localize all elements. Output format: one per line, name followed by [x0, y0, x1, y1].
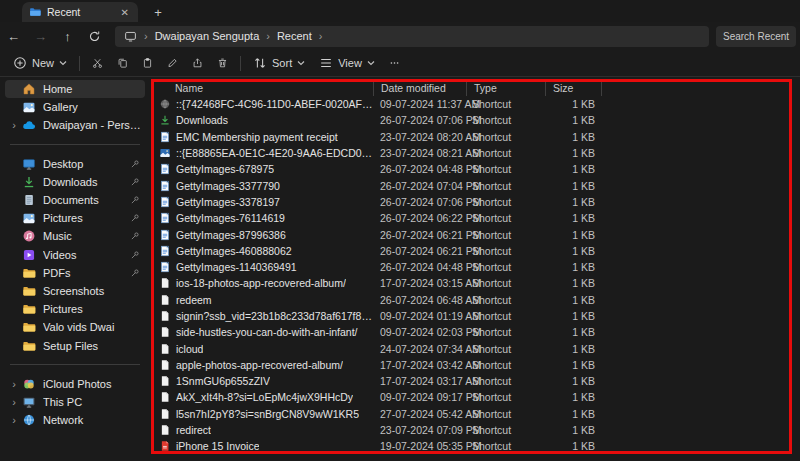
new-button[interactable]: New — [6, 52, 74, 75]
back-button[interactable]: ← — [0, 24, 27, 48]
doc-blue-icon — [159, 212, 171, 224]
sidebar-item-documents[interactable]: Documents — [5, 191, 145, 209]
share-button[interactable] — [185, 52, 210, 75]
doc-blue-icon — [159, 261, 171, 273]
file-row[interactable]: GettyImages-337819726-07-2024 07:06 PMSh… — [152, 194, 800, 210]
file-rows: ::{742468FC-4C96-11D0-ABEF-0020AF6B0B7A}… — [152, 96, 800, 461]
file-row[interactable]: redeem26-07-2024 06:48 AMShortcut1 KB — [152, 292, 800, 308]
column-header-size[interactable]: Size — [545, 80, 601, 96]
doc-plain-icon — [159, 310, 171, 322]
file-row[interactable]: GettyImages-7611461926-07-2024 06:22 PMS… — [152, 210, 800, 226]
chevron-right-icon[interactable]: › — [7, 396, 21, 408]
new-tab-button[interactable]: + — [148, 2, 168, 22]
chevron-right-icon[interactable]: › — [7, 378, 21, 390]
file-size: 1 KB — [545, 375, 601, 387]
file-row[interactable]: GettyImages-46088806226-07-2024 06:21 PM… — [152, 243, 800, 259]
file-row[interactable]: l5sn7hI2pY8?si=snBrgCN8V9wW1KR527-07-202… — [152, 406, 800, 422]
rename-button[interactable] — [160, 52, 185, 75]
sidebar-item-label: PDFs — [43, 267, 129, 279]
chevron-right-icon[interactable]: › — [7, 119, 21, 131]
file-row[interactable]: ::{742468FC-4C96-11D0-ABEF-0020AF6B0B7A}… — [152, 96, 800, 112]
file-date-modified: 26-07-2024 06:22 PM — [373, 212, 466, 224]
sidebar-item-valo-vids-dwai[interactable]: Valo vids Dwai — [5, 318, 145, 336]
sidebar-item-this-pc[interactable]: ›This PC — [5, 393, 145, 411]
file-row[interactable]: apple-photos-app-recovered-album/17-07-2… — [152, 357, 800, 373]
sidebar-item-pictures[interactable]: Pictures — [5, 300, 145, 318]
column-header-name[interactable]: Name — [152, 80, 373, 96]
sidebar-item-pictures[interactable]: Pictures — [5, 209, 145, 227]
sort-button[interactable]: Sort — [246, 52, 312, 75]
breadcrumb-separator: › — [266, 30, 270, 42]
paste-button[interactable] — [135, 52, 160, 75]
column-headers: Name Date modified Type Size — [152, 80, 800, 96]
column-header-type[interactable]: Type — [466, 80, 545, 96]
sidebar-item-icloud-photos[interactable]: ›iCloud Photos — [5, 375, 145, 393]
more-options-button[interactable] — [382, 52, 407, 75]
sidebar-item-label: iCloud Photos — [43, 378, 141, 390]
delete-button[interactable] — [210, 52, 235, 75]
file-size: 1 KB — [545, 294, 601, 306]
file-date-modified: 09-07-2024 02:03 PM — [373, 326, 466, 338]
breadcrumb-separator: › — [319, 30, 323, 42]
folder-icon — [21, 266, 37, 280]
file-row[interactable]: signin?ssb_vid=23b1b8c233d78af617f80a9a5… — [152, 308, 800, 324]
refresh-button[interactable] — [81, 24, 108, 48]
sidebar-item-pdfs[interactable]: PDFs — [5, 264, 145, 282]
file-size: 1 KB — [545, 359, 601, 371]
image-icon — [159, 147, 171, 159]
up-button[interactable]: ↑ — [54, 24, 81, 48]
file-size: 1 KB — [545, 277, 601, 289]
file-date-modified: 09-07-2024 09:17 PM — [373, 391, 466, 403]
pin-icon — [129, 213, 141, 223]
file-date-modified: 19-07-2024 05:35 PM — [373, 440, 466, 452]
forward-button: → — [27, 24, 54, 48]
chevron-right-icon[interactable]: › — [7, 414, 21, 426]
sidebar-item-music[interactable]: Music — [5, 227, 145, 245]
file-row[interactable]: GettyImages-337779026-07-2024 07:04 PMSh… — [152, 177, 800, 193]
file-type: Shortcut — [466, 408, 545, 420]
file-row[interactable]: 1SnmGU6p655zZIV17-07-2024 03:17 AMShortc… — [152, 373, 800, 389]
sidebar-item-desktop[interactable]: Desktop — [5, 155, 145, 173]
file-row[interactable]: GettyImages-67897526-07-2024 04:48 PMSho… — [152, 161, 800, 177]
tab-close-icon[interactable]: ✕ — [119, 7, 131, 18]
breadcrumb-item-user[interactable]: Dwaipayan Sengupta — [155, 30, 260, 42]
file-row[interactable]: side-hustles-you-can-do-with-an-infant/0… — [152, 324, 800, 340]
copy-button[interactable] — [110, 52, 135, 75]
sidebar-item-dwaipayan-personal[interactable]: ›Dwaipayan - Personal — [5, 116, 145, 134]
videos-icon — [21, 248, 37, 262]
sidebar-item-gallery[interactable]: Gallery — [5, 98, 145, 116]
toolbar-separator — [240, 56, 241, 71]
file-row[interactable]: icloud24-07-2024 07:34 AMShortcut1 KB — [152, 340, 800, 356]
sidebar-item-screenshots[interactable]: Screenshots — [5, 282, 145, 300]
sidebar-item-downloads[interactable]: Downloads — [5, 173, 145, 191]
cut-button[interactable] — [85, 52, 110, 75]
file-date-modified: 26-07-2024 04:48 PM — [373, 261, 466, 273]
view-button[interactable]: View — [312, 52, 382, 75]
sidebar-item-setup-files[interactable]: Setup Files — [5, 336, 145, 354]
file-date-modified: 24-07-2024 07:34 AM — [373, 343, 466, 355]
breadcrumb-item-recent[interactable]: Recent — [277, 30, 312, 42]
file-row[interactable]: AkX_xIt4h-8?si=LoEpMc4jwX9HHcDy09-07-202… — [152, 389, 800, 405]
folder-icon — [21, 320, 37, 334]
sidebar-item-videos[interactable]: Videos — [5, 246, 145, 264]
file-row[interactable]: EMC Membership payment receipt23-07-2024… — [152, 129, 800, 145]
file-date-modified: 26-07-2024 06:21 PM — [373, 245, 466, 257]
file-row[interactable]: ::{E88865EA-0E1C-4E20-9AA6-EDCD0212C87C}… — [152, 145, 800, 161]
doc-plain-icon — [159, 408, 171, 420]
search-input[interactable]: Search Recent — [716, 26, 796, 47]
doc-plain-icon — [159, 424, 171, 436]
file-row[interactable]: GettyImages-8799638626-07-2024 06:21 PMS… — [152, 226, 800, 242]
address-bar[interactable]: › Dwaipayan Sengupta › Recent › — [115, 26, 709, 47]
tab-recent[interactable]: Recent ✕ — [22, 2, 138, 22]
file-row[interactable]: redirect23-07-2024 07:09 PMShortcut1 KB — [152, 422, 800, 438]
file-row[interactable]: GettyImages-114036949126-07-2024 04:48 P… — [152, 259, 800, 275]
file-row[interactable]: ios-18-photos-app-recovered-album/17-07-… — [152, 275, 800, 291]
column-header-date-modified[interactable]: Date modified — [373, 80, 466, 96]
file-type: Shortcut — [466, 261, 545, 273]
file-name: ::{E88865EA-0E1C-4E20-9AA6-EDCD0212C87C} — [152, 147, 373, 159]
sidebar-item-home[interactable]: Home — [5, 80, 145, 98]
pictures-icon — [21, 211, 37, 225]
file-row[interactable]: Downloads26-07-2024 07:06 PMShortcut1 KB — [152, 112, 800, 128]
sidebar-item-network[interactable]: ›Network — [5, 411, 145, 429]
file-row[interactable]: iPhone 15 Invoice19-07-2024 05:35 PMShor… — [152, 438, 800, 454]
